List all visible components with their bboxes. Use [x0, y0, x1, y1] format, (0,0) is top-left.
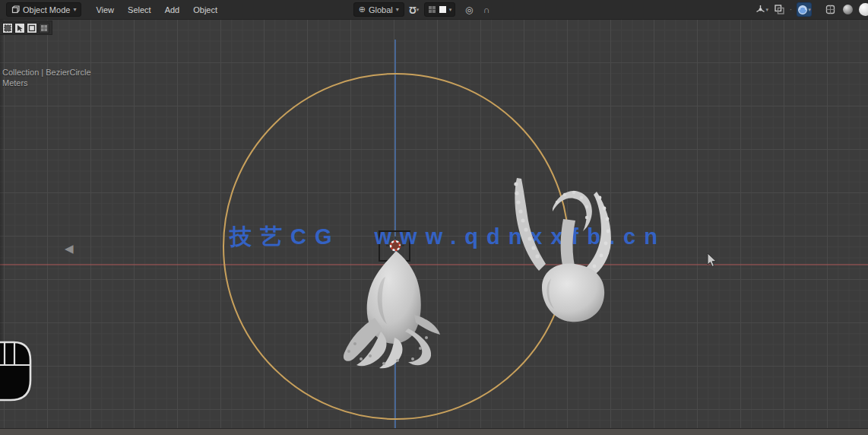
xray-icon — [775, 5, 784, 14]
mode-dropdown[interactable]: Object Mode ▾ — [6, 2, 81, 17]
chevron-down-icon: ▾ — [449, 7, 452, 13]
snap-grid-icon — [428, 5, 436, 14]
menu-select[interactable]: Select — [121, 0, 158, 20]
transform-orientation-dropdown[interactable]: ⊕ Global ▾ — [353, 2, 404, 17]
mouse-pointer-icon — [707, 253, 718, 268]
wireframe-icon — [825, 5, 835, 14]
show-gizmo-dropdown[interactable]: ▾ — [755, 2, 770, 17]
octopus-model-right[interactable] — [498, 172, 638, 324]
snap-toggle-button[interactable]: Ω ▾ — [407, 2, 422, 17]
shading-solid-button[interactable] — [840, 2, 855, 17]
proportional-falloff-button[interactable]: ∩ — [479, 2, 494, 17]
menu-object[interactable]: Object — [186, 0, 224, 20]
octopus-model-left[interactable] — [331, 230, 464, 374]
viewport-3d[interactable]: 技艺CG www.qdnxxfb.cn — [0, 20, 868, 428]
globe-icon: ⊕ — [359, 5, 366, 14]
menu-bar: View Select Add Object — [81, 0, 224, 20]
move-tool-icon[interactable] — [27, 23, 37, 33]
snap-increment-icon — [439, 5, 447, 14]
xray-toggle-button[interactable] — [772, 2, 787, 17]
tool-row — [0, 21, 52, 35]
snap-with-dropdown[interactable]: ▾ — [424, 2, 456, 17]
chevron-down-icon: ▾ — [73, 6, 76, 13]
status-bar — [0, 428, 868, 435]
solid-shading-sphere-icon — [843, 5, 853, 14]
menu-view[interactable]: View — [89, 0, 121, 20]
shading-material-button[interactable] — [857, 2, 868, 17]
left-edge-shadow — [0, 20, 5, 347]
separator-dot: · — [790, 5, 792, 14]
mode-dropdown-label: Object Mode — [23, 5, 70, 14]
chevron-down-icon: ▾ — [396, 6, 399, 13]
chevron-down-icon: ▾ — [808, 7, 811, 13]
magnet-icon: Ω — [409, 5, 417, 15]
chevron-down-icon: ▾ — [417, 7, 420, 13]
toolbar-expand-arrow-icon[interactable]: ◀ — [65, 242, 74, 256]
transform-tool-icon[interactable] — [39, 23, 49, 33]
falloff-curve-icon: ∩ — [483, 5, 490, 15]
overlays-icon — [797, 5, 808, 15]
show-overlays-toggle[interactable]: ▾ — [797, 2, 812, 17]
material-shading-sphere-icon — [859, 3, 868, 16]
viewport-overlay-text: Collection | BezierCircle Meters — [2, 67, 91, 88]
shading-wireframe-button[interactable] — [822, 2, 838, 17]
blender-window: 技艺CG www.qdnxxfb.cn — [0, 0, 868, 435]
overlay-units: Meters — [2, 78, 91, 88]
cursor-tool-icon[interactable] — [14, 23, 25, 33]
orientation-label: Global — [369, 5, 393, 14]
select-box-tool-icon[interactable] — [2, 23, 13, 33]
chevron-down-icon: ▾ — [765, 7, 768, 13]
proportional-circle-icon: ◎ — [465, 5, 473, 15]
gizmo-icon — [756, 5, 765, 14]
proportional-editing-button[interactable]: ◎ — [461, 2, 477, 17]
screencast-mouse-icon — [0, 339, 33, 403]
menu-add[interactable]: Add — [158, 0, 187, 20]
overlay-collection-object: Collection | BezierCircle — [2, 67, 91, 78]
object-mode-icon — [11, 5, 20, 14]
viewport-header: Object Mode ▾ View Select Add Object ⊕ G… — [0, 0, 868, 20]
